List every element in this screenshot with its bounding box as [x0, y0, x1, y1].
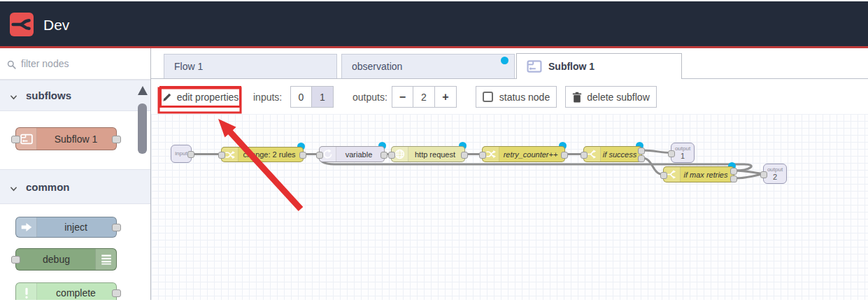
palette-node-subflow-1[interactable]: Subflow 1: [15, 127, 117, 150]
flow-node-variable[interactable]: variable: [319, 146, 385, 162]
chevron-down-icon: [10, 183, 17, 191]
scrollbar-thumb[interactable]: [138, 103, 147, 154]
trash-icon: [572, 92, 582, 102]
flow-node-if-max-retries[interactable]: if max retries: [663, 166, 734, 182]
subflow-input-node[interactable]: input: [171, 145, 192, 163]
output-port[interactable]: [112, 289, 121, 297]
inject-arrow-icon: [16, 217, 37, 237]
status-node-button[interactable]: status node: [476, 86, 557, 108]
inputs-1-button[interactable]: 1: [312, 86, 334, 108]
tab-bar-divider: [151, 78, 868, 79]
palette-sidebar: filter nodes subflowsSubflow 1commoninje…: [0, 48, 150, 300]
input-port[interactable]: [760, 171, 767, 178]
output-port[interactable]: [638, 155, 645, 162]
node-label: if success: [601, 147, 639, 161]
output-port[interactable]: [380, 152, 387, 159]
outputs-increment-button[interactable]: +: [435, 86, 457, 108]
palette-node-label: Subflow 1: [36, 128, 116, 150]
tab-bar: Flow 1observationSubflow 1: [151, 48, 868, 79]
output-port[interactable]: [638, 148, 645, 154]
node-red-editor: Dev filter nodes subflowsSubflow 1common…: [0, 0, 868, 302]
tab-flow-1[interactable]: Flow 1: [164, 54, 337, 79]
subflow-icon: [527, 60, 542, 73]
input-port[interactable]: [668, 150, 675, 157]
palette-node-label: debug: [16, 249, 97, 270]
output-port[interactable]: [187, 151, 194, 158]
flow-node-if-success[interactable]: if success: [583, 146, 642, 162]
inputs-label: inputs:: [253, 86, 282, 108]
chevron-down-icon: [10, 92, 17, 99]
input-port[interactable]: [11, 256, 20, 264]
input-port[interactable]: [660, 172, 667, 179]
subflow-output-1-node[interactable]: output1: [671, 143, 695, 163]
output-port[interactable]: [730, 168, 737, 175]
section-label: subflows: [26, 89, 71, 101]
input-port[interactable]: [316, 152, 323, 159]
output-port[interactable]: [730, 175, 737, 182]
menu-icon: [95, 249, 116, 270]
modified-indicator-dot: [501, 57, 508, 64]
output-port[interactable]: [561, 152, 568, 159]
outputs-decrement-button[interactable]: −: [392, 86, 413, 108]
node-red-logo-icon[interactable]: [10, 13, 34, 36]
output-port[interactable]: [112, 136, 121, 143]
edit-properties-button[interactable]: edit properties: [159, 86, 241, 108]
input-port[interactable]: [11, 136, 20, 143]
node-label: variable: [336, 147, 381, 161]
tab-label: Flow 1: [174, 61, 203, 72]
palette-node-complete[interactable]: complete: [15, 282, 117, 300]
node-label: if max retries: [681, 167, 731, 182]
palette-section-subflows[interactable]: subflows: [0, 80, 150, 111]
flow-node-change-2-rules[interactable]: change: 2 rules: [221, 147, 304, 162]
input-port[interactable]: [218, 152, 225, 159]
subflow-output-2-node[interactable]: output2: [763, 164, 787, 184]
workspace: Flow 1observationSubflow 1 edit properti…: [150, 48, 868, 300]
outputs-label: outputs:: [353, 86, 387, 108]
tab-observation[interactable]: observation: [341, 54, 515, 79]
inputs-0-button[interactable]: 0: [290, 86, 312, 108]
io-number: 2: [773, 173, 777, 181]
input-port[interactable]: [388, 152, 395, 159]
io-label: input: [175, 151, 187, 157]
outputs-stepper: − 2 +: [392, 86, 457, 108]
palette-node-label: complete: [36, 283, 116, 300]
wire[interactable]: [734, 174, 763, 179]
tab-label: observation: [352, 61, 402, 72]
io-number: 1: [681, 152, 685, 160]
inputs-toggle-group: 0 1: [290, 86, 334, 108]
flow-canvas[interactable]: inputchange: 2 rulesvariablehttp request…: [151, 114, 868, 300]
output-port[interactable]: [461, 152, 468, 159]
palette-node-label: inject: [36, 217, 116, 237]
tab-label: Subflow 1: [548, 61, 595, 72]
input-port[interactable]: [479, 152, 486, 159]
node-label: http request: [408, 147, 462, 161]
filter-placeholder: filter nodes: [21, 58, 69, 69]
flow-node-retry-counter-[interactable]: retry_counter++: [482, 146, 565, 162]
tab-subflow-1[interactable]: Subflow 1: [516, 53, 682, 79]
wires-layer: [151, 114, 868, 300]
output-port[interactable]: [112, 224, 121, 231]
pencil-icon: [162, 92, 172, 102]
node-label: change: 2 rules: [239, 148, 300, 161]
app-header: Dev: [0, 1, 868, 48]
delete-subflow-button[interactable]: delete subflow: [565, 86, 657, 108]
subflow-toolbar: edit properties inputs: 0 1 outputs: − 2…: [151, 79, 868, 114]
palette-section-common[interactable]: common: [0, 169, 150, 204]
output-port[interactable]: [299, 152, 306, 159]
search-icon: [7, 59, 16, 69]
wire[interactable]: [642, 158, 663, 175]
wire[interactable]: [642, 150, 671, 153]
io-label: output: [675, 146, 690, 152]
page-title: Dev: [43, 1, 69, 48]
input-port[interactable]: [581, 152, 588, 159]
outputs-value[interactable]: 2: [413, 86, 435, 108]
status-node-checkbox[interactable]: [483, 92, 493, 102]
scrollbar-up-arrow[interactable]: [138, 86, 148, 95]
filter-nodes-input[interactable]: filter nodes: [0, 48, 150, 80]
io-label: output: [767, 167, 783, 173]
node-label: retry_counter++: [499, 147, 562, 161]
palette-node-debug[interactable]: debug: [15, 248, 117, 271]
flow-node-http-request[interactable]: http request: [391, 146, 465, 162]
palette-node-inject[interactable]: inject: [15, 217, 117, 238]
exclamation-icon: [16, 283, 37, 300]
